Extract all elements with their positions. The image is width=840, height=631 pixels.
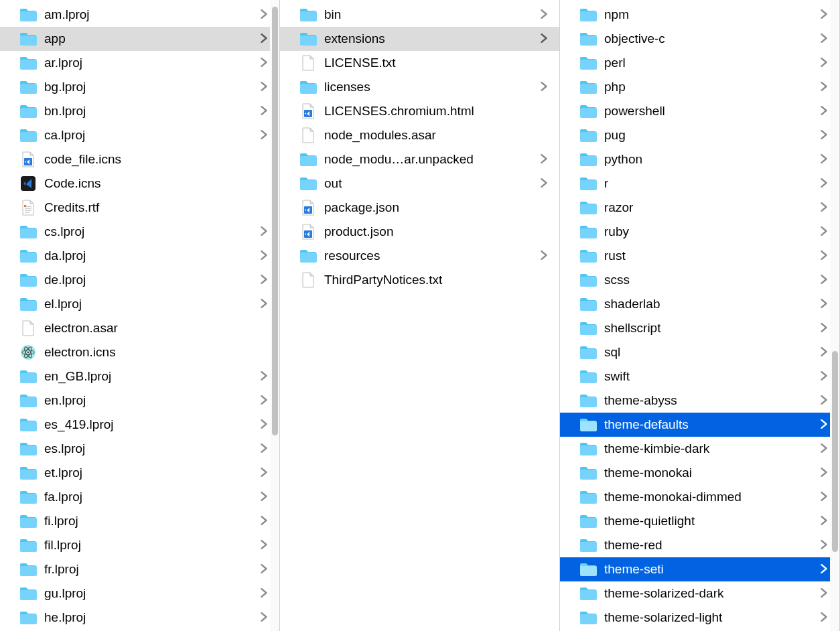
- item-label: et.lproj: [44, 466, 261, 480]
- folder-icon: [579, 297, 598, 311]
- folder-row[interactable]: extensions: [280, 27, 559, 51]
- item-label: theme-monokai-dimmed: [604, 490, 821, 504]
- folder-icon: [19, 466, 38, 480]
- folder-row[interactable]: theme-kimbie-dark: [560, 437, 839, 461]
- folder-row[interactable]: es.lproj: [0, 437, 279, 461]
- file-row[interactable]: LICENSE.txt: [280, 51, 559, 75]
- folder-row[interactable]: razor: [560, 196, 839, 220]
- item-label: he.lproj: [44, 610, 261, 625]
- item-label: theme-abyss: [604, 393, 821, 408]
- folder-row[interactable]: cs.lproj: [0, 220, 279, 244]
- folder-row[interactable]: php: [560, 75, 839, 99]
- folder-row[interactable]: pug: [560, 123, 839, 147]
- folder-row[interactable]: theme-red: [560, 533, 839, 557]
- folder-row[interactable]: da.lproj: [0, 244, 279, 268]
- item-label: fil.lproj: [44, 538, 261, 553]
- folder-row[interactable]: python: [560, 147, 839, 171]
- folder-row[interactable]: theme-defaults: [560, 413, 839, 437]
- folder-icon: [19, 369, 38, 384]
- folder-row[interactable]: perl: [560, 51, 839, 75]
- folder-icon: [579, 321, 598, 336]
- vscfile-icon: [19, 152, 38, 167]
- folder-row[interactable]: bn.lproj: [0, 99, 279, 123]
- folder-row[interactable]: shellscript: [560, 316, 839, 340]
- file-row[interactable]: electron.icns: [0, 340, 279, 364]
- folder-icon: [579, 249, 598, 263]
- finder-column-2[interactable]: npmobjective-cperlphppowershellpugpython…: [560, 0, 840, 631]
- file-icon: [299, 56, 318, 70]
- folder-row[interactable]: resources: [280, 244, 559, 268]
- chevron-right-icon: [261, 490, 267, 504]
- file-row[interactable]: Credits.rtf: [0, 196, 279, 220]
- chevron-right-icon: [821, 249, 827, 263]
- folder-row[interactable]: en_GB.lproj: [0, 364, 279, 389]
- folder-row[interactable]: node_modu…ar.unpacked: [280, 147, 559, 171]
- file-row[interactable]: Code.icns: [0, 171, 279, 196]
- folder-row[interactable]: swift: [560, 364, 839, 389]
- folder-row[interactable]: ruby: [560, 220, 839, 244]
- item-label: theme-seti: [604, 562, 821, 577]
- folder-row[interactable]: fil.lproj: [0, 533, 279, 557]
- folder-row[interactable]: fi.lproj: [0, 509, 279, 533]
- folder-row[interactable]: he.lproj: [0, 606, 279, 630]
- folder-row[interactable]: r: [560, 171, 839, 196]
- finder-column-1[interactable]: binextensionsLICENSE.txtlicensesLICENSES…: [280, 0, 560, 631]
- file-row[interactable]: ThirdPartyNotices.txt: [280, 268, 559, 292]
- scrollbar-thumb[interactable]: [272, 7, 278, 435]
- scrollbar[interactable]: [270, 0, 279, 631]
- folder-row[interactable]: powershell: [560, 99, 839, 123]
- folder-row[interactable]: es_419.lproj: [0, 413, 279, 437]
- chevron-right-icon: [821, 201, 827, 215]
- folder-row[interactable]: licenses: [280, 75, 559, 99]
- file-row[interactable]: code_file.icns: [0, 147, 279, 171]
- folder-row[interactable]: en.lproj: [0, 389, 279, 413]
- folder-icon: [19, 224, 38, 239]
- folder-row[interactable]: fa.lproj: [0, 485, 279, 509]
- folder-icon: [19, 7, 38, 22]
- scrollbar-thumb[interactable]: [832, 351, 838, 552]
- item-label: python: [604, 152, 821, 167]
- folder-row[interactable]: theme-quietlight: [560, 509, 839, 533]
- folder-row[interactable]: bin: [280, 3, 559, 27]
- folder-row[interactable]: rust: [560, 244, 839, 268]
- chevron-right-icon: [821, 490, 827, 504]
- vscfile-icon: [299, 224, 318, 239]
- folder-row[interactable]: theme-solarized-light: [560, 606, 839, 630]
- folder-row[interactable]: et.lproj: [0, 461, 279, 485]
- folder-row[interactable]: fr.lproj: [0, 557, 279, 581]
- folder-row[interactable]: app: [0, 27, 279, 51]
- folder-row[interactable]: scss: [560, 268, 839, 292]
- file-row[interactable]: LICENSES.chromium.html: [280, 99, 559, 123]
- folder-row[interactable]: el.lproj: [0, 292, 279, 316]
- folder-row[interactable]: de.lproj: [0, 268, 279, 292]
- chevron-right-icon: [261, 297, 267, 311]
- folder-row[interactable]: theme-monokai: [560, 461, 839, 485]
- chevron-right-icon: [821, 153, 827, 167]
- folder-row[interactable]: theme-abyss: [560, 389, 839, 413]
- chevron-right-icon: [261, 8, 267, 22]
- file-row[interactable]: product.json: [280, 220, 559, 244]
- folder-row[interactable]: theme-seti: [560, 557, 839, 581]
- scrollbar[interactable]: [830, 0, 839, 631]
- folder-row[interactable]: npm: [560, 3, 839, 27]
- folder-row[interactable]: out: [280, 171, 559, 196]
- folder-row[interactable]: sql: [560, 340, 839, 364]
- folder-row[interactable]: theme-solarized-dark: [560, 581, 839, 606]
- folder-icon: [579, 104, 598, 119]
- folder-row[interactable]: gu.lproj: [0, 581, 279, 606]
- chevron-right-icon: [821, 32, 827, 46]
- file-row[interactable]: package.json: [280, 196, 559, 220]
- folder-row[interactable]: ar.lproj: [0, 51, 279, 75]
- folder-row[interactable]: theme-monokai-dimmed: [560, 485, 839, 509]
- folder-row[interactable]: objective-c: [560, 27, 839, 51]
- file-row[interactable]: electron.asar: [0, 316, 279, 340]
- folder-row[interactable]: shaderlab: [560, 292, 839, 316]
- electron-icon: [19, 345, 38, 360]
- file-row[interactable]: node_modules.asar: [280, 123, 559, 147]
- folder-row[interactable]: bg.lproj: [0, 75, 279, 99]
- finder-column-0[interactable]: am.lprojappar.lprojbg.lprojbn.lprojca.lp…: [0, 0, 280, 631]
- folder-row[interactable]: am.lproj: [0, 3, 279, 27]
- chevron-right-icon: [821, 322, 827, 336]
- item-label: sql: [604, 345, 821, 360]
- folder-row[interactable]: ca.lproj: [0, 123, 279, 147]
